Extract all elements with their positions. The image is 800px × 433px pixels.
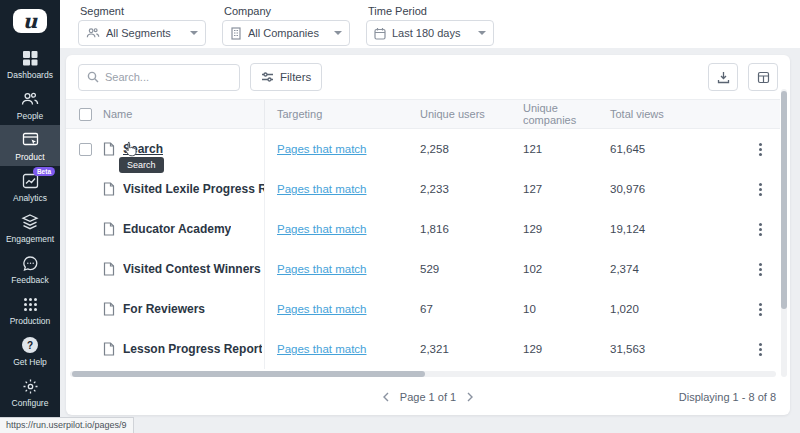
sidebar-item-get-help[interactable]: ? Get Help	[0, 330, 60, 371]
sidebar: u Dashboards People Product	[0, 0, 60, 433]
search-field[interactable]	[78, 64, 240, 91]
table-row[interactable]: Visited Lexile Progress Report Pages tha…	[66, 169, 780, 209]
userpilot-logo[interactable]: u	[13, 9, 47, 33]
page-doc-icon	[103, 262, 115, 276]
table-row[interactable]: For Reviewers Pages that match 67 10 1,0…	[66, 289, 780, 329]
column-header-targeting[interactable]: Targeting	[265, 108, 420, 120]
download-icon	[717, 71, 730, 84]
pages-table-card: Filters Name Targeting Unique users	[66, 55, 790, 415]
targeting-link[interactable]: Pages that match	[265, 183, 420, 195]
sidebar-item-label: Engagement	[6, 234, 54, 244]
segment-filter-label: Segment	[80, 5, 206, 17]
unique-users-value: 529	[420, 263, 523, 275]
product-icon	[20, 130, 40, 150]
pagination: Page 1 of 1	[382, 391, 474, 403]
engagement-icon	[20, 212, 40, 232]
sidebar-item-label: Get Help	[13, 357, 47, 367]
unique-users-value: 67	[420, 303, 523, 315]
search-icon	[87, 71, 99, 83]
total-views-value: 19,124	[610, 223, 757, 235]
column-header-total-views[interactable]: Total views	[610, 108, 757, 120]
page-name-link[interactable]: Visited Lexile Progress Report	[123, 182, 264, 196]
sidebar-item-label: Dashboards	[7, 70, 53, 80]
segment-filter-select[interactable]: All Segments	[78, 20, 206, 46]
analytics-icon: Beta	[20, 171, 40, 191]
total-views-value: 30,976	[610, 183, 757, 195]
page-name-link[interactable]: Educator Academy	[123, 222, 231, 236]
filters-icon	[261, 71, 274, 83]
row-menu-button[interactable]	[759, 148, 762, 151]
time-period-filter-select[interactable]: Last 180 days	[366, 20, 494, 46]
help-icon: ?	[20, 335, 40, 355]
row-menu-button[interactable]	[759, 348, 762, 351]
sidebar-item-production[interactable]: Production	[0, 289, 60, 330]
table-row[interactable]: Search Pages that match 2,258 121 61,645	[66, 129, 780, 169]
sidebar-item-configure[interactable]: Configure	[0, 371, 60, 412]
sidebar-item-analytics[interactable]: Beta Analytics	[0, 166, 60, 207]
company-filter-label: Company	[224, 5, 350, 17]
targeting-link[interactable]: Pages that match	[265, 343, 420, 355]
row-checkbox[interactable]	[79, 143, 92, 156]
select-all-checkbox[interactable]	[79, 108, 92, 121]
dashboards-icon	[20, 48, 40, 68]
prev-page-icon[interactable]	[382, 392, 390, 402]
column-header-unique-companies[interactable]: Unique companies	[523, 102, 610, 126]
building-icon	[230, 27, 242, 40]
sidebar-item-people[interactable]: People	[0, 84, 60, 125]
people-icon	[86, 27, 100, 39]
sidebar-item-feedback[interactable]: Feedback	[0, 248, 60, 289]
column-header-name[interactable]: Name	[103, 100, 265, 128]
targeting-link[interactable]: Pages that match	[265, 263, 420, 275]
displaying-range-label: Displaying 1 - 8 of 8	[679, 391, 776, 403]
status-bar-url: https://run.userpilot.io/pages/9	[0, 417, 134, 433]
vertical-scrollbar[interactable]	[781, 89, 787, 377]
page-name-link[interactable]: For Reviewers	[123, 302, 205, 316]
unique-companies-value: 102	[523, 263, 610, 275]
sidebar-item-label: Production	[10, 316, 51, 326]
targeting-link[interactable]: Pages that match	[265, 143, 420, 155]
horizontal-scrollbar-thumb[interactable]	[72, 371, 425, 377]
calendar-icon	[374, 27, 386, 40]
unique-companies-value: 10	[523, 303, 610, 315]
table-row[interactable]: Lesson Progress Report Pages that match …	[66, 329, 780, 369]
company-filter-select[interactable]: All Companies	[222, 20, 350, 46]
row-menu-button[interactable]	[759, 188, 762, 191]
gear-icon	[20, 376, 40, 396]
sidebar-item-engagement[interactable]: Engagement	[0, 207, 60, 248]
targeting-link[interactable]: Pages that match	[265, 303, 420, 315]
pages-table: Name Targeting Unique users Unique compa…	[66, 99, 780, 371]
filters-button-label: Filters	[280, 71, 311, 83]
page-doc-icon	[103, 142, 115, 156]
horizontal-scrollbar[interactable]	[70, 371, 776, 377]
column-header-unique-users[interactable]: Unique users	[420, 108, 523, 120]
page-doc-icon	[103, 342, 115, 356]
sidebar-item-label: Configure	[12, 398, 49, 408]
vertical-scrollbar-thumb[interactable]	[781, 91, 787, 309]
export-button[interactable]	[708, 63, 738, 91]
time-period-filter-value: Last 180 days	[392, 27, 472, 39]
sidebar-item-label: Product	[15, 152, 44, 162]
logo-glyph: u	[23, 9, 38, 33]
company-filter-value: All Companies	[248, 27, 328, 39]
people-icon	[20, 89, 40, 109]
page-name-link[interactable]: Visited Contest Winners Dashb...	[123, 262, 264, 276]
unique-companies-value: 129	[523, 343, 610, 355]
columns-button[interactable]	[748, 63, 778, 91]
filters-button[interactable]: Filters	[250, 63, 322, 91]
unique-companies-value: 121	[523, 143, 610, 155]
targeting-link[interactable]: Pages that match	[265, 223, 420, 235]
sidebar-item-product[interactable]: Product	[0, 125, 60, 166]
row-menu-button[interactable]	[759, 268, 762, 271]
page-name-link[interactable]: Lesson Progress Report	[123, 342, 262, 356]
row-menu-button[interactable]	[759, 308, 762, 311]
sidebar-item-dashboards[interactable]: Dashboards	[0, 43, 60, 84]
unique-users-value: 2,233	[420, 183, 523, 195]
search-input[interactable]	[105, 71, 231, 83]
row-menu-button[interactable]	[759, 228, 762, 231]
table-row[interactable]: Visited Contest Winners Dashb... Pages t…	[66, 249, 780, 289]
chevron-down-icon	[478, 31, 486, 35]
next-page-icon[interactable]	[466, 392, 474, 402]
beta-badge: Beta	[33, 167, 55, 176]
table-row[interactable]: Educator Academy Pages that match 1,816 …	[66, 209, 780, 249]
unique-users-value: 2,321	[420, 343, 523, 355]
